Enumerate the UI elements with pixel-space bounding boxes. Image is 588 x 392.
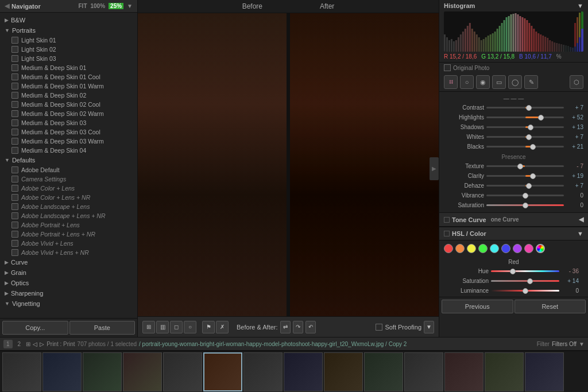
paste-button[interactable]: Paste xyxy=(69,321,136,335)
film-thumb[interactable] xyxy=(163,352,202,391)
list-item[interactable]: Adobe Portrait + Lens + NR xyxy=(0,230,137,239)
color-dot-blue[interactable] xyxy=(501,244,510,253)
previous-button[interactable]: Previous xyxy=(442,300,513,313)
color-dot-all[interactable] xyxy=(536,244,545,253)
list-item[interactable]: Medium & Deep Skin 01 xyxy=(0,63,137,72)
film-thumb[interactable] xyxy=(284,352,323,391)
reject-btn[interactable]: ✗ xyxy=(216,321,229,333)
loupe-view-btn[interactable]: ◻ xyxy=(170,321,183,333)
group-vignetting[interactable]: ▼ Vignetting xyxy=(0,298,137,309)
film-thumb[interactable] xyxy=(444,352,483,391)
group-defaults[interactable]: ▼ Defaults xyxy=(0,155,137,165)
nav-forward[interactable]: ▷ xyxy=(40,341,44,347)
tool-radial[interactable]: ◯ xyxy=(508,75,522,89)
zoom-25[interactable]: 25% xyxy=(109,3,123,9)
saturation-slider[interactable] xyxy=(486,204,564,206)
reset-button[interactable]: Reset xyxy=(514,300,586,313)
list-item[interactable]: Medium & Deep Skin 03 Cool xyxy=(0,127,137,137)
fit-label[interactable]: FIT xyxy=(79,3,87,9)
soft-proof-dropdown[interactable]: ▼ xyxy=(424,321,434,333)
vibrance-slider[interactable] xyxy=(486,195,564,196)
tool-crop[interactable]: ⌗ xyxy=(444,75,458,89)
film-thumb[interactable] xyxy=(525,352,564,391)
swap-btn[interactable]: ⇄ xyxy=(280,321,291,333)
tab-1[interactable]: 1 xyxy=(3,340,13,348)
tone-curve-collapse[interactable]: ◀ xyxy=(579,216,583,223)
film-thumb-active[interactable] xyxy=(203,352,242,391)
list-item[interactable]: Medium & Deep Skin 02 Warm xyxy=(0,109,137,118)
compare-view-btn[interactable]: ▥ xyxy=(156,321,169,333)
group-sharpening[interactable]: ▶ Sharpening xyxy=(0,288,137,298)
color-dot-purple[interactable] xyxy=(513,244,522,253)
filter-dropdown[interactable]: ▼ xyxy=(579,341,585,347)
whites-slider[interactable] xyxy=(486,136,564,138)
color-dot-green[interactable] xyxy=(478,244,488,253)
film-thumb[interactable] xyxy=(243,352,283,391)
hue-slider[interactable] xyxy=(491,270,559,272)
list-item[interactable]: Medium & Deep Skin 04 xyxy=(0,146,137,155)
filters-off[interactable]: Filters Off xyxy=(552,341,577,347)
film-thumb[interactable] xyxy=(404,352,443,391)
group-grain[interactable]: ▶ Grain xyxy=(0,267,137,278)
film-thumb[interactable] xyxy=(123,352,162,391)
film-thumb[interactable] xyxy=(2,352,41,391)
list-item[interactable]: Light Skin 01 xyxy=(0,36,137,45)
hsl-header[interactable]: HSL / Color ▼ xyxy=(439,227,588,240)
list-item[interactable]: Adobe Color + Lens + NR xyxy=(0,193,137,202)
grid-view-btn[interactable]: ⊞ xyxy=(142,321,155,333)
film-thumb[interactable] xyxy=(324,352,363,391)
texture-slider[interactable] xyxy=(486,165,564,167)
right-panel-arrow[interactable]: ▶ xyxy=(430,157,439,180)
list-item[interactable]: Adobe Default xyxy=(0,165,137,174)
histogram-menu[interactable]: ▼ xyxy=(577,2,583,9)
list-item[interactable]: Medium & Deep Skin 02 Cool xyxy=(0,100,137,109)
dehaze-slider[interactable] xyxy=(486,185,564,187)
clarity-slider[interactable] xyxy=(486,175,564,177)
list-item[interactable]: Camera Settings xyxy=(0,174,137,184)
copy-to-after-btn[interactable]: ↷ xyxy=(293,321,303,333)
color-dot-red[interactable] xyxy=(444,244,453,253)
zoom-100[interactable]: 100% xyxy=(91,3,106,9)
color-dot-cyan[interactable] xyxy=(490,244,499,253)
sat-slider2[interactable] xyxy=(491,280,559,282)
film-thumb[interactable] xyxy=(364,352,403,391)
list-item[interactable]: Medium & Deep Skin 03 Warm xyxy=(0,137,137,146)
nav-back[interactable]: ◁ xyxy=(33,341,37,347)
list-item[interactable]: Light Skin 02 xyxy=(0,45,137,54)
list-item[interactable]: Adobe Portrait + Lens xyxy=(0,220,137,230)
list-item[interactable]: Medium & Deep Skin 02 xyxy=(0,91,137,100)
tool-masking[interactable]: ⬡ xyxy=(570,75,583,89)
contrast-slider[interactable] xyxy=(486,107,564,108)
flag-btn[interactable]: ⚑ xyxy=(202,321,215,333)
print-label[interactable]: Print : Print xyxy=(47,341,75,347)
list-item[interactable]: Light Skin 03 xyxy=(0,54,137,63)
copy-button[interactable]: Copy... xyxy=(2,321,68,335)
color-dot-yellow[interactable] xyxy=(467,244,476,253)
tool-spot[interactable]: ○ xyxy=(460,75,474,89)
list-item[interactable]: Adobe Vivid + Lens xyxy=(0,239,137,248)
list-item[interactable]: Medium & Deep Skin 01 Warm xyxy=(0,81,137,91)
group-optics[interactable]: ▶ Optics xyxy=(0,278,137,288)
navigator-menu[interactable]: ▼ xyxy=(127,3,133,9)
highlights-slider[interactable] xyxy=(486,117,564,118)
tool-brush[interactable]: ✎ xyxy=(524,75,538,89)
group-curve[interactable]: ▶ Curve xyxy=(0,257,137,267)
color-dot-orange[interactable] xyxy=(455,244,465,253)
film-thumb[interactable] xyxy=(42,352,82,391)
film-thumb[interactable] xyxy=(485,352,524,391)
luminance-slider[interactable] xyxy=(491,290,559,292)
soft-proofing-checkbox[interactable] xyxy=(376,324,382,331)
list-item[interactable]: Medium & Deep Skin 03 xyxy=(0,118,137,127)
film-thumb[interactable] xyxy=(83,352,122,391)
list-item[interactable]: Adobe Vivid + Lens + NR xyxy=(0,248,137,257)
list-item[interactable]: Medium & Deep Skin 01 Cool xyxy=(0,72,137,81)
left-collapse-arrow[interactable]: ◀ xyxy=(5,2,9,10)
color-dot-magenta[interactable] xyxy=(524,244,533,253)
list-item[interactable]: Adobe Landscape + Lens xyxy=(0,202,137,211)
tool-graduated[interactable]: ▭ xyxy=(492,75,506,89)
list-item[interactable]: Adobe Landscape + Lens + NR xyxy=(0,211,137,220)
hsl-collapse[interactable]: ▼ xyxy=(577,230,583,237)
group-portraits[interactable]: ▼ Portraits xyxy=(0,25,137,36)
tool-redeye[interactable]: ◉ xyxy=(476,75,490,89)
grid-icon[interactable]: ⊞ xyxy=(26,341,30,347)
